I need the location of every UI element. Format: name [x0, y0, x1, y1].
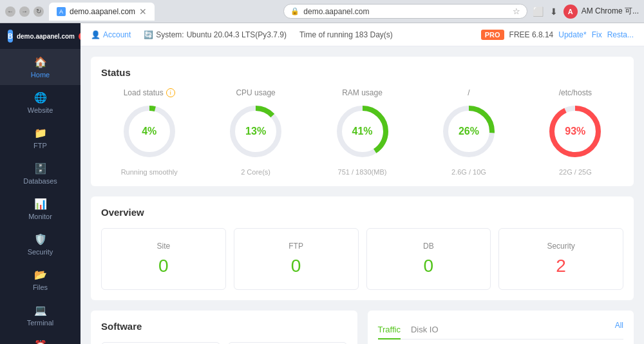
sidebar-item-label-files: Files — [33, 283, 48, 291]
status-cards: Load status i 4% Running smoothly — [101, 88, 623, 176]
sidebar-item-files[interactable]: 📂 Files — [0, 262, 80, 298]
sidebar-logo: B demo.aapanel.com 0 — [0, 23, 80, 50]
sidebar: B demo.aapanel.com 0 🏠 Home 🌐 Website 📁 … — [0, 23, 80, 344]
topbar-right: PRO FREE 6.8.14 Update* Fix Resta... — [481, 30, 634, 40]
lock-icon: 🔒 — [290, 7, 299, 15]
topbar: 👤 Account 🔄 System: Ubuntu 20.04.3 LTS(P… — [80, 23, 644, 46]
sidebar-item-terminal[interactable]: 💻 Terminal — [0, 298, 80, 333]
disk-etc-donut: 93% — [546, 102, 604, 160]
account-label: Account — [103, 30, 131, 39]
download-icon[interactable]: ⬇ — [548, 6, 560, 17]
status-card-disk-etc: /etc/hosts 93% 22G / 25G — [527, 88, 623, 176]
databases-icon: 🗄️ — [34, 162, 47, 175]
status-card-load: Load status i 4% Running smoothly — [101, 88, 197, 176]
disk-root-value: 26% — [459, 126, 479, 137]
shield-icon: 🛡️ — [34, 233, 47, 245]
tab-favicon: A — [57, 7, 66, 16]
tab-diskio[interactable]: Disk IO — [411, 321, 439, 339]
terminal-icon: 💻 — [34, 304, 47, 316]
traffic-all-link[interactable]: All — [615, 321, 623, 339]
main-content: Status Load status i — [80, 46, 644, 344]
ftp-icon: 📁 — [34, 127, 47, 139]
status-title: Status — [101, 67, 623, 78]
sidebar-item-label-ftp: FTP — [33, 142, 47, 149]
app-layout: B demo.aapanel.com 0 🏠 Home 🌐 Website 📁 … — [0, 23, 644, 344]
sidebar-item-label-website: Website — [28, 106, 53, 114]
topbar-runtime: Time of running 183 Day(s) — [299, 30, 393, 39]
ram-donut: 41% — [334, 102, 392, 160]
cpu-status-label: CPU usage — [236, 88, 275, 97]
load-status-label: Load status i — [124, 88, 175, 97]
overview-section: Overview Site 0 FTP 0 DB 0 — [91, 196, 634, 300]
sidebar-item-ftp[interactable]: 📁 FTP — [0, 120, 80, 156]
back-button[interactable]: ← — [5, 6, 15, 17]
chrome-label: AM Chrome 可... — [582, 6, 639, 17]
files-icon: 📂 — [34, 269, 47, 281]
sidebar-item-website[interactable]: 🌐 Website — [0, 85, 80, 120]
sidebar-item-security[interactable]: 🛡️ Security — [0, 227, 80, 262]
star-icon[interactable]: ☆ — [513, 6, 520, 16]
disk-etc-label: /etc/hosts — [559, 88, 592, 97]
sidebar-item-monitor[interactable]: 📊 Monitor — [0, 191, 80, 227]
sidebar-item-cron[interactable]: ⏰ Cron — [0, 333, 80, 344]
cpu-sublabel: 2 Core(s) — [241, 168, 270, 176]
system-label: System: — [156, 30, 184, 39]
browser-chrome: ← → ↻ A demo.aapanel.com ✕ 🔒 demo.aapane… — [0, 0, 644, 23]
account-icon: 👤 — [91, 30, 100, 39]
logo-icon: B — [8, 30, 13, 43]
status-card-cpu: CPU usage 13% 2 Core(s) — [207, 88, 303, 176]
overview-value-ftp: 0 — [291, 256, 301, 276]
load-donut: 4% — [120, 102, 178, 160]
cpu-donut: 13% — [227, 102, 285, 160]
overview-title: Overview — [101, 207, 623, 218]
software-title: Software — [101, 321, 347, 332]
account-link[interactable]: 👤 Account — [91, 30, 131, 39]
pro-badge: PRO — [481, 30, 504, 40]
overview-value-db: 0 — [424, 256, 434, 276]
ram-status-label: RAM usage — [342, 88, 383, 97]
status-card-disk-root: / 26% 2.6G / 10G — [421, 88, 516, 176]
overview-label-ftp: FTP — [289, 242, 303, 251]
reload-button[interactable]: ↻ — [33, 6, 44, 17]
software-section: Software — [91, 311, 357, 344]
update-link[interactable]: Update* — [558, 30, 586, 39]
website-icon: 🌐 — [34, 91, 47, 104]
status-section: Status Load status i — [91, 57, 634, 186]
monitor-icon: 📊 — [34, 198, 47, 210]
cron-icon: ⏰ — [34, 339, 47, 344]
forward-button[interactable]: → — [19, 6, 30, 17]
sidebar-item-label-home: Home — [31, 71, 50, 79]
bottom-grid: Software — [91, 311, 634, 344]
tab-traffic[interactable]: Traffic — [378, 321, 401, 339]
load-value: 4% — [142, 126, 156, 137]
address-bar[interactable]: 🔒 demo.aapanel.com ☆ — [283, 4, 527, 19]
sidebar-item-label-monitor: Monitor — [28, 213, 52, 220]
overview-value-security: 2 — [556, 256, 566, 276]
overview-label-db: DB — [423, 242, 434, 251]
overview-card-security[interactable]: Security 2 — [498, 228, 623, 290]
disk-etc-value: 93% — [565, 126, 585, 137]
tab-close-button[interactable]: ✕ — [139, 6, 147, 17]
overview-card-ftp[interactable]: FTP 0 — [234, 228, 359, 290]
overview-card-db[interactable]: DB 0 — [366, 228, 491, 290]
overview-card-site[interactable]: Site 0 — [101, 228, 226, 290]
avatar[interactable]: A — [564, 5, 578, 19]
runtime-label: Time of running 183 Day(s) — [299, 30, 393, 39]
browser-tab[interactable]: A demo.aapanel.com ✕ — [49, 3, 155, 21]
overview-cards: Site 0 FTP 0 DB 0 Security — [101, 228, 623, 290]
disk-root-sublabel: 2.6G / 10G — [451, 168, 486, 176]
sidebar-item-databases[interactable]: 🗄️ Databases — [0, 156, 80, 191]
extensions-icon[interactable]: ⬜ — [533, 6, 544, 17]
address-text: demo.aapanel.com — [303, 7, 369, 16]
cpu-value: 13% — [245, 126, 266, 137]
overview-label-security: Security — [547, 242, 574, 251]
fix-link[interactable]: Fix — [592, 30, 602, 39]
home-icon: 🏠 — [34, 56, 47, 68]
sidebar-item-label-databases: Databases — [23, 177, 57, 185]
browser-controls: ← → ↻ — [5, 6, 44, 17]
restart-link[interactable]: Resta... — [607, 30, 634, 39]
sidebar-item-label-terminal: Terminal — [27, 319, 54, 327]
ram-value: 41% — [352, 126, 373, 137]
sidebar-item-home[interactable]: 🏠 Home — [0, 50, 80, 85]
load-sublabel: Running smoothly — [121, 168, 178, 176]
